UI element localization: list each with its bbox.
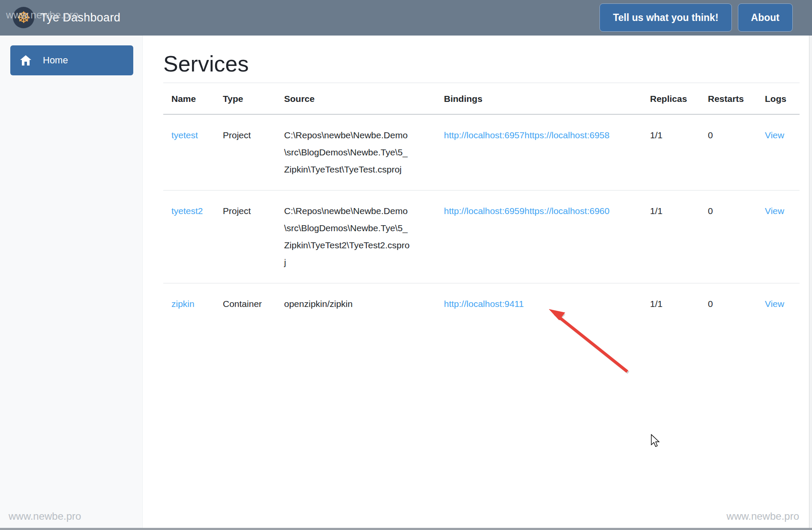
ship-wheel-icon: ☸ xyxy=(17,10,30,25)
binding-link[interactable]: https://localhost:6960 xyxy=(524,206,609,216)
service-type: Container xyxy=(215,283,276,325)
app-title: Tye Dashboard xyxy=(40,11,120,24)
service-type: Project xyxy=(215,191,276,283)
top-navbar: ☸ Tye Dashboard Tell us what you think! … xyxy=(0,0,812,36)
column-header-logs: Logs xyxy=(757,83,800,115)
page-title: Services xyxy=(163,51,249,77)
column-header-replicas: Replicas xyxy=(642,83,700,115)
service-bindings: http://localhost:9411 xyxy=(436,283,642,325)
service-name-link[interactable]: tyetest2 xyxy=(171,206,203,216)
tye-dashboard-page: ☸ Tye Dashboard Tell us what you think! … xyxy=(0,0,812,530)
service-replicas: 1/1 xyxy=(642,283,700,325)
column-header-restarts: Restarts xyxy=(700,83,757,115)
service-replicas: 1/1 xyxy=(642,191,700,283)
column-header-name: Name xyxy=(163,83,215,115)
about-button[interactable]: About xyxy=(738,3,793,32)
view-logs-link[interactable]: View xyxy=(765,206,784,216)
home-icon xyxy=(20,55,32,66)
service-restarts: 0 xyxy=(700,283,757,325)
service-source: C:\Repos\newbe\Newbe.Demo\src\BlogDemos\… xyxy=(276,114,436,191)
scrollbar[interactable] xyxy=(809,36,812,528)
column-header-bindings: Bindings xyxy=(436,83,642,115)
binding-link[interactable]: http://localhost:9411 xyxy=(444,299,524,309)
table-row-tyetest: tyetestProjectC:\Repos\newbe\Newbe.Demo\… xyxy=(163,114,800,191)
service-type: Project xyxy=(215,114,276,191)
navbar-actions: Tell us what you think! About xyxy=(599,3,793,32)
service-name-link[interactable]: zipkin xyxy=(171,299,195,309)
service-bindings: http://localhost:6959https://localhost:6… xyxy=(436,191,642,283)
tye-logo: ☸ xyxy=(13,7,34,28)
services-table: NameTypeSourceBindingsReplicasRestartsLo… xyxy=(163,83,800,325)
window-bottom-edge xyxy=(0,528,812,530)
sidebar-item-home-label: Home xyxy=(43,55,68,66)
table-row-zipkin: zipkinContaineropenzipkin/zipkinhttp://l… xyxy=(163,283,800,325)
service-source: C:\Repos\newbe\Newbe.Demo\src\BlogDemos\… xyxy=(276,191,436,283)
binding-link[interactable]: https://localhost:6958 xyxy=(524,130,609,140)
service-bindings: http://localhost:6957https://localhost:6… xyxy=(436,114,642,191)
brand: ☸ Tye Dashboard xyxy=(13,7,120,28)
view-logs-link[interactable]: View xyxy=(765,130,784,140)
table-row-tyetest2: tyetest2ProjectC:\Repos\newbe\Newbe.Demo… xyxy=(163,191,800,283)
service-source: openzipkin/zipkin xyxy=(276,283,436,325)
service-restarts: 0 xyxy=(700,191,757,283)
column-header-type: Type xyxy=(215,83,276,115)
sidebar-item-home[interactable]: Home xyxy=(10,45,133,75)
sidebar: Home xyxy=(0,36,143,528)
services-table-header: NameTypeSourceBindingsReplicasRestartsLo… xyxy=(163,83,800,115)
service-replicas: 1/1 xyxy=(642,114,700,191)
feedback-button[interactable]: Tell us what you think! xyxy=(599,3,731,32)
view-logs-link[interactable]: View xyxy=(765,299,784,309)
binding-link[interactable]: http://localhost:6957 xyxy=(444,130,524,140)
service-restarts: 0 xyxy=(700,114,757,191)
binding-link[interactable]: http://localhost:6959 xyxy=(444,206,524,216)
column-header-source: Source xyxy=(276,83,436,115)
main-content: Services NameTypeSourceBindingsReplicasR… xyxy=(143,36,809,528)
service-name-link[interactable]: tyetest xyxy=(171,130,198,140)
